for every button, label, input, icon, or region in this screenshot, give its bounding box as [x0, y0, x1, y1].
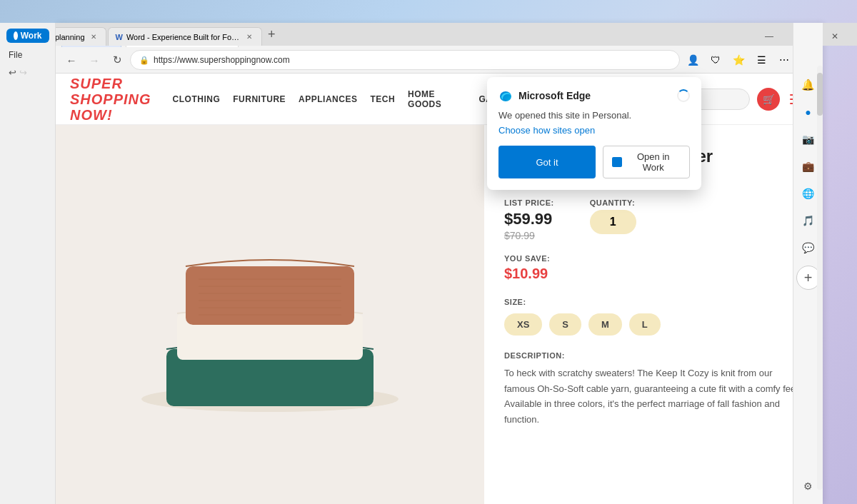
you-save-section: YOU SAVE: $10.99: [504, 254, 803, 282]
address-bar[interactable]: 🔒 https://www.supershoppingnow.com: [130, 50, 680, 70]
back-btn[interactable]: ←: [61, 50, 81, 70]
nav-furniture[interactable]: FURNITURE: [233, 94, 286, 104]
you-save-amount: $10.99: [504, 266, 803, 282]
bg-browser-bar: 📅 Weekly planning ✕ W Word - Experience …: [0, 23, 857, 46]
product-page: The Keep It Cozy Sweater Sparrow + Stitc…: [56, 125, 823, 504]
page-scrollbar[interactable]: [817, 66, 823, 490]
scrollbar-thumb[interactable]: [817, 73, 823, 116]
edge-logo-icon: [498, 89, 513, 103]
cart-icon[interactable]: 🛒: [757, 88, 780, 111]
current-price: $59.99: [504, 210, 554, 228]
open-in-work-btn[interactable]: Open in Work: [603, 146, 690, 178]
size-section: SIZE: XS S M L: [504, 298, 803, 336]
work-badge-icon: [14, 31, 18, 40]
nav-tech[interactable]: TECH: [370, 94, 395, 104]
sweater-illustration: [127, 208, 413, 422]
quantity-label: QUANTITY:: [590, 198, 636, 207]
bg-tab-2[interactable]: W Word - Experience Built for Focus ✕: [108, 27, 262, 46]
quantity-control[interactable]: 1: [590, 210, 636, 234]
store-logo: SUPER SHOPPING NOW!: [70, 76, 151, 123]
quantity-section: QUANTITY: 1: [590, 198, 636, 234]
browser-window: 🔵 Personal ! Super Shopping Now ✕ + — □ …: [56, 23, 823, 504]
redo-icon[interactable]: ↪: [19, 67, 27, 78]
website-content: SUPER SHOPPING NOW! CLOTHING FURNITURE A…: [56, 74, 823, 504]
more-btn[interactable]: ⋯: [774, 50, 794, 70]
original-price: $70.99: [504, 230, 554, 241]
logo-line2: SHOPPING: [70, 91, 151, 107]
bg-tab-2-close[interactable]: ✕: [244, 32, 254, 41]
edge-popup-body: We opened this site in Personal.: [498, 110, 690, 121]
work-icon-small: [612, 157, 622, 167]
pricing-row: LIST PRICE: $59.99 $70.99 QUANTITY: 1: [504, 198, 803, 241]
list-price-label: LIST PRICE:: [504, 198, 554, 207]
favorites-btn[interactable]: ⭐: [728, 50, 748, 70]
size-m[interactable]: M: [588, 313, 622, 336]
store-header: SUPER SHOPPING NOW! CLOTHING FURNITURE A…: [56, 74, 823, 125]
minimize-btn[interactable]: —: [753, 27, 786, 46]
edge-popup-buttons: Got it Open in Work: [498, 146, 690, 178]
add-tab-btn[interactable]: +: [264, 27, 280, 42]
lock-icon: 🔒: [139, 56, 149, 65]
got-it-btn[interactable]: Got it: [498, 146, 596, 178]
you-save-label: YOU SAVE:: [504, 254, 803, 263]
description-text: To heck with scratchy sweaters! The Keep…: [504, 366, 803, 427]
size-xs[interactable]: XS: [504, 313, 542, 336]
close-btn[interactable]: ✕: [818, 27, 851, 46]
edge-popup-title: Microsoft Edge: [518, 90, 591, 101]
size-l[interactable]: L: [629, 313, 661, 336]
work-browser-sidebar: Work File ↩ ↪: [0, 23, 56, 504]
bg-tab-1-close[interactable]: ✕: [89, 32, 99, 41]
logo-line1: SUPER: [70, 76, 123, 91]
description-label: DESCRIPTION:: [504, 351, 803, 360]
edge-popup: Microsoft Edge We opened this site in Pe…: [487, 77, 701, 190]
shield-btn[interactable]: 🛡: [706, 50, 726, 70]
profile-btn[interactable]: 👤: [683, 50, 703, 70]
bg-tab-2-favicon: W: [116, 33, 123, 41]
logo-text: SUPER SHOPPING NOW!: [70, 76, 151, 123]
size-s[interactable]: S: [549, 313, 581, 336]
size-label: SIZE:: [504, 298, 803, 306]
work-badge-label: Work: [21, 31, 42, 41]
description-section: DESCRIPTION: To heck with scratchy sweat…: [504, 351, 803, 427]
refresh-btn[interactable]: ↻: [107, 50, 127, 70]
edge-popup-link[interactable]: Choose how sites open: [498, 125, 690, 136]
bg-tab-2-title: Word - Experience Built for Focus: [126, 33, 241, 41]
size-options: XS S M L: [504, 313, 803, 336]
product-image-area: [56, 125, 484, 504]
loading-spinner: [677, 89, 690, 102]
collections-btn[interactable]: ☰: [751, 50, 771, 70]
nav-home-goods[interactable]: HOME GOODS: [408, 89, 466, 109]
list-price-section: LIST PRICE: $59.99 $70.99: [504, 198, 554, 241]
svg-rect-3: [186, 266, 354, 325]
edge-sidebar: 🔔 ● 📷 💼 🌐 🎵 💬 + ⚙: [793, 23, 823, 504]
url-text: https://www.supershoppingnow.com: [154, 55, 290, 65]
logo-line3: NOW!: [70, 107, 113, 123]
browser-toolbar: ← → ↻ 🔒 https://www.supershoppingnow.com…: [56, 47, 823, 73]
forward-btn[interactable]: →: [84, 50, 104, 70]
nav-appliances[interactable]: APPLIANCES: [299, 94, 357, 104]
file-menu-item[interactable]: File: [0, 47, 55, 63]
undo-icon-area: ↩ ↪: [0, 64, 55, 81]
undo-icon[interactable]: ↩: [9, 67, 16, 78]
work-badge[interactable]: Work: [6, 29, 49, 43]
open-in-work-label: Open in Work: [626, 151, 681, 173]
edge-popup-header: Microsoft Edge: [498, 89, 690, 103]
nav-clothing[interactable]: CLOTHING: [173, 94, 221, 104]
